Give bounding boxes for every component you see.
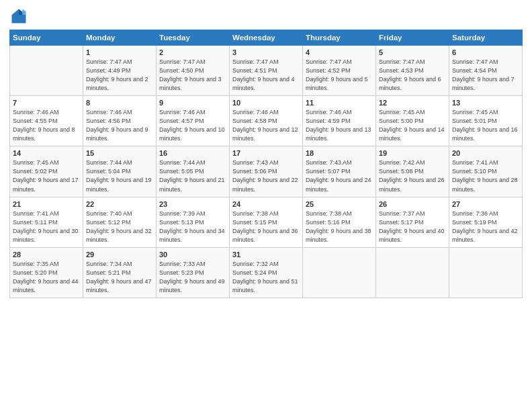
day-number: 24 <box>232 200 300 208</box>
sunrise-text: Sunrise: 7:43 AM <box>306 159 352 166</box>
day-info: Sunrise: 7:41 AMSunset: 5:11 PMDaylight:… <box>13 210 80 244</box>
calendar-day-cell: 14Sunrise: 7:45 AMSunset: 5:02 PMDayligh… <box>10 146 83 197</box>
day-info: Sunrise: 7:46 AMSunset: 4:57 PMDaylight:… <box>159 108 226 143</box>
calendar-day-cell: 17Sunrise: 7:43 AMSunset: 5:06 PMDayligh… <box>230 146 303 197</box>
calendar-table: SundayMondayTuesdayWednesdayThursdayFrid… <box>9 30 523 298</box>
sunset-text: Sunset: 5:06 PM <box>232 168 277 175</box>
day-number: 7 <box>13 99 80 107</box>
sunset-text: Sunset: 4:59 PM <box>306 118 351 124</box>
day-info: Sunrise: 7:46 AMSunset: 4:58 PMDaylight:… <box>232 108 300 143</box>
sunrise-text: Sunrise: 7:47 AM <box>379 58 425 65</box>
calendar-day-cell: 2Sunrise: 7:47 AMSunset: 4:50 PMDaylight… <box>157 46 230 96</box>
day-info: Sunrise: 7:42 AMSunset: 5:08 PMDaylight:… <box>379 158 446 193</box>
calendar-week-row: 21Sunrise: 7:41 AMSunset: 5:11 PMDayligh… <box>10 197 523 247</box>
calendar-day-cell: 26Sunrise: 7:37 AMSunset: 5:17 PMDayligh… <box>376 197 449 247</box>
sunset-text: Sunset: 5:04 PM <box>86 168 131 175</box>
day-info: Sunrise: 7:38 AMSunset: 5:16 PMDaylight:… <box>306 210 373 244</box>
daylight-text: Daylight: 9 hours and 2 minutes. <box>86 76 148 91</box>
sunset-text: Sunset: 4:52 PM <box>306 67 351 74</box>
daylight-text: Daylight: 9 hours and 19 minutes. <box>86 177 152 192</box>
header <box>9 7 523 26</box>
sunset-text: Sunset: 5:20 PM <box>13 269 58 276</box>
calendar-day-cell: 3Sunrise: 7:47 AMSunset: 4:51 PMDaylight… <box>230 46 303 96</box>
daylight-text: Daylight: 9 hours and 3 minutes. <box>159 76 222 91</box>
day-info: Sunrise: 7:43 AMSunset: 5:06 PMDaylight:… <box>232 158 300 193</box>
calendar-day-cell: 10Sunrise: 7:46 AMSunset: 4:58 PMDayligh… <box>230 96 303 146</box>
calendar-header-cell: Monday <box>83 30 157 46</box>
calendar-day-cell: 27Sunrise: 7:36 AMSunset: 5:19 PMDayligh… <box>449 197 523 247</box>
daylight-text: Daylight: 9 hours and 4 minutes. <box>232 76 295 91</box>
sunrise-text: Sunrise: 7:38 AM <box>306 210 352 217</box>
calendar-week-row: 28Sunrise: 7:35 AMSunset: 5:20 PMDayligh… <box>10 247 523 298</box>
calendar-day-cell: 9Sunrise: 7:46 AMSunset: 4:57 PMDaylight… <box>157 96 230 146</box>
calendar-day-cell: 20Sunrise: 7:41 AMSunset: 5:10 PMDayligh… <box>449 146 523 197</box>
day-number: 29 <box>86 250 153 259</box>
sunset-text: Sunset: 4:50 PM <box>159 67 204 74</box>
day-number: 31 <box>232 250 300 259</box>
day-info: Sunrise: 7:47 AMSunset: 4:53 PMDaylight:… <box>379 58 446 93</box>
day-info: Sunrise: 7:47 AMSunset: 4:52 PMDaylight:… <box>306 58 373 93</box>
sunset-text: Sunset: 4:49 PM <box>86 67 131 74</box>
day-info: Sunrise: 7:41 AMSunset: 5:10 PMDaylight:… <box>452 158 519 193</box>
calendar-day-cell: 5Sunrise: 7:47 AMSunset: 4:53 PMDaylight… <box>376 46 449 96</box>
calendar-day-cell: 30Sunrise: 7:33 AMSunset: 5:23 PMDayligh… <box>157 247 230 298</box>
day-info: Sunrise: 7:47 AMSunset: 4:54 PMDaylight:… <box>452 58 519 93</box>
day-info: Sunrise: 7:37 AMSunset: 5:17 PMDaylight:… <box>379 210 446 244</box>
sunrise-text: Sunrise: 7:39 AM <box>159 210 206 217</box>
day-number: 20 <box>452 149 519 157</box>
day-info: Sunrise: 7:34 AMSunset: 5:21 PMDaylight:… <box>86 260 153 295</box>
daylight-text: Daylight: 9 hours and 9 minutes. <box>86 126 148 142</box>
day-number: 11 <box>306 99 373 107</box>
sunrise-text: Sunrise: 7:46 AM <box>86 109 132 116</box>
calendar-day-cell <box>376 247 449 298</box>
daylight-text: Daylight: 9 hours and 14 minutes. <box>379 126 445 142</box>
calendar-day-cell: 23Sunrise: 7:39 AMSunset: 5:13 PMDayligh… <box>157 197 230 247</box>
day-info: Sunrise: 7:36 AMSunset: 5:19 PMDaylight:… <box>452 210 519 244</box>
sunrise-text: Sunrise: 7:40 AM <box>86 210 132 217</box>
calendar-week-row: 1Sunrise: 7:47 AMSunset: 4:49 PMDaylight… <box>10 46 523 96</box>
svg-marker-2 <box>22 9 26 15</box>
sunset-text: Sunset: 5:24 PM <box>232 269 277 276</box>
sunset-text: Sunset: 4:54 PM <box>452 67 497 74</box>
calendar-header-cell: Sunday <box>10 30 83 46</box>
day-info: Sunrise: 7:39 AMSunset: 5:13 PMDaylight:… <box>159 210 226 244</box>
sunset-text: Sunset: 5:13 PM <box>159 219 204 226</box>
daylight-text: Daylight: 9 hours and 22 minutes. <box>232 177 298 192</box>
sunrise-text: Sunrise: 7:34 AM <box>86 261 132 267</box>
sunset-text: Sunset: 4:53 PM <box>379 67 424 74</box>
sunset-text: Sunset: 5:05 PM <box>159 168 204 175</box>
daylight-text: Daylight: 9 hours and 8 minutes. <box>13 126 75 142</box>
sunrise-text: Sunrise: 7:45 AM <box>13 159 59 166</box>
calendar-week-row: 7Sunrise: 7:46 AMSunset: 4:55 PMDaylight… <box>10 96 523 146</box>
day-info: Sunrise: 7:46 AMSunset: 4:59 PMDaylight:… <box>306 108 373 143</box>
day-info: Sunrise: 7:46 AMSunset: 4:56 PMDaylight:… <box>86 108 153 143</box>
sunrise-text: Sunrise: 7:46 AM <box>159 109 206 116</box>
day-number: 28 <box>13 250 80 259</box>
daylight-text: Daylight: 9 hours and 32 minutes. <box>86 228 152 243</box>
sunset-text: Sunset: 5:07 PM <box>306 168 351 175</box>
calendar-day-cell <box>449 247 523 298</box>
day-info: Sunrise: 7:45 AMSunset: 5:00 PMDaylight:… <box>379 108 446 143</box>
day-number: 9 <box>159 99 226 107</box>
sunset-text: Sunset: 4:57 PM <box>159 118 204 124</box>
daylight-text: Daylight: 9 hours and 17 minutes. <box>13 177 79 192</box>
daylight-text: Daylight: 9 hours and 30 minutes. <box>13 228 79 243</box>
calendar-header-cell: Thursday <box>303 30 376 46</box>
sunrise-text: Sunrise: 7:47 AM <box>452 58 498 65</box>
daylight-text: Daylight: 9 hours and 6 minutes. <box>379 76 441 91</box>
calendar-day-cell: 18Sunrise: 7:43 AMSunset: 5:07 PMDayligh… <box>303 146 376 197</box>
sunset-text: Sunset: 4:51 PM <box>232 67 277 74</box>
day-info: Sunrise: 7:44 AMSunset: 5:04 PMDaylight:… <box>86 158 153 193</box>
day-number: 18 <box>306 149 373 157</box>
daylight-text: Daylight: 9 hours and 34 minutes. <box>159 228 225 243</box>
sunset-text: Sunset: 5:21 PM <box>86 269 131 276</box>
calendar-day-cell: 25Sunrise: 7:38 AMSunset: 5:16 PMDayligh… <box>303 197 376 247</box>
calendar-day-cell: 11Sunrise: 7:46 AMSunset: 4:59 PMDayligh… <box>303 96 376 146</box>
day-number: 15 <box>86 149 153 157</box>
calendar-day-cell: 28Sunrise: 7:35 AMSunset: 5:20 PMDayligh… <box>10 247 83 298</box>
sunset-text: Sunset: 5:15 PM <box>232 219 277 226</box>
day-info: Sunrise: 7:44 AMSunset: 5:05 PMDaylight:… <box>159 158 226 193</box>
day-info: Sunrise: 7:46 AMSunset: 4:55 PMDaylight:… <box>13 108 80 143</box>
day-number: 26 <box>379 200 446 208</box>
calendar-day-cell: 31Sunrise: 7:32 AMSunset: 5:24 PMDayligh… <box>230 247 303 298</box>
